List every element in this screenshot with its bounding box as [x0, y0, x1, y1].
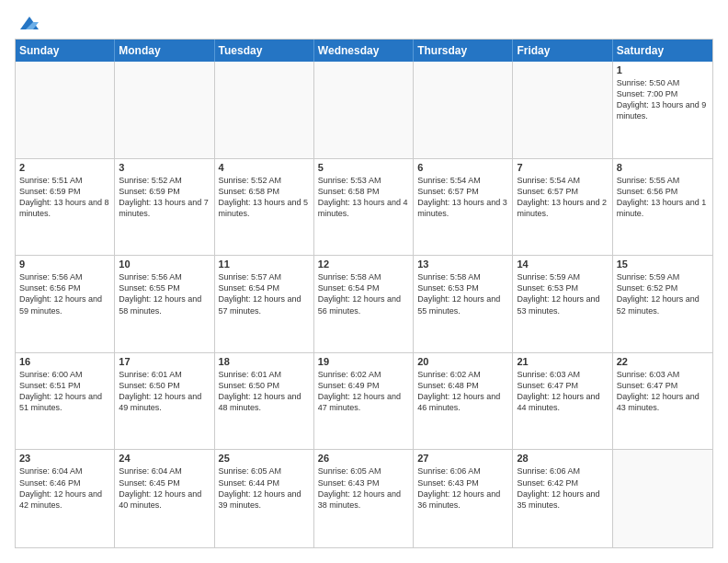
cell-info: Sunrise: 6:03 AM Sunset: 6:47 PM Dayligh… — [517, 369, 608, 414]
cell-info: Sunrise: 6:01 AM Sunset: 6:50 PM Dayligh… — [119, 369, 210, 414]
cell-info: Sunrise: 6:06 AM Sunset: 6:42 PM Dayligh… — [517, 465, 608, 511]
cell-info: Sunrise: 5:58 AM Sunset: 6:53 PM Dayligh… — [417, 271, 508, 316]
date-number: 23 — [19, 453, 110, 464]
calendar-cell: 15Sunrise: 5:59 AM Sunset: 6:52 PM Dayli… — [613, 256, 712, 352]
date-number: 7 — [517, 162, 608, 173]
date-number: 3 — [119, 162, 210, 173]
cell-info: Sunrise: 5:50 AM Sunset: 7:00 PM Dayligh… — [617, 77, 709, 122]
calendar-cell: 23Sunrise: 6:04 AM Sunset: 6:46 PM Dayli… — [16, 450, 115, 547]
day-header-saturday: Saturday — [613, 40, 712, 62]
calendar-cell — [613, 450, 712, 547]
calendar-cell: 13Sunrise: 5:58 AM Sunset: 6:53 PM Dayli… — [414, 256, 513, 352]
day-header-tuesday: Tuesday — [215, 40, 314, 62]
date-number: 4 — [219, 162, 310, 173]
calendar-cell: 24Sunrise: 6:04 AM Sunset: 6:45 PM Dayli… — [115, 450, 214, 547]
calendar-cell: 16Sunrise: 6:00 AM Sunset: 6:51 PM Dayli… — [16, 353, 115, 450]
week-row-1: 2Sunrise: 5:51 AM Sunset: 6:59 PM Daylig… — [16, 159, 712, 257]
calendar: SundayMondayTuesdayWednesdayThursdayFrid… — [15, 39, 713, 548]
calendar-cell: 2Sunrise: 5:51 AM Sunset: 6:59 PM Daylig… — [16, 159, 115, 256]
day-header-wednesday: Wednesday — [314, 40, 414, 62]
cell-info: Sunrise: 6:05 AM Sunset: 6:44 PM Dayligh… — [219, 465, 310, 511]
cell-info: Sunrise: 6:01 AM Sunset: 6:50 PM Dayligh… — [219, 369, 310, 414]
cell-info: Sunrise: 6:04 AM Sunset: 6:46 PM Dayligh… — [19, 465, 110, 511]
cell-info: Sunrise: 5:58 AM Sunset: 6:54 PM Dayligh… — [318, 271, 409, 316]
calendar-cell: 17Sunrise: 6:01 AM Sunset: 6:50 PM Dayli… — [115, 353, 214, 450]
cell-info: Sunrise: 5:54 AM Sunset: 6:57 PM Dayligh… — [517, 175, 608, 220]
date-number: 12 — [318, 259, 409, 270]
calendar-header: SundayMondayTuesdayWednesdayThursdayFrid… — [16, 40, 712, 62]
date-number: 16 — [19, 356, 110, 367]
date-number: 14 — [517, 259, 608, 270]
calendar-cell — [115, 62, 214, 158]
date-number: 17 — [119, 356, 210, 367]
cell-info: Sunrise: 6:02 AM Sunset: 6:49 PM Dayligh… — [318, 369, 409, 414]
calendar-cell: 9Sunrise: 5:56 AM Sunset: 6:56 PM Daylig… — [16, 256, 115, 352]
cell-info: Sunrise: 5:56 AM Sunset: 6:56 PM Dayligh… — [19, 271, 110, 316]
calendar-cell: 18Sunrise: 6:01 AM Sunset: 6:50 PM Dayli… — [215, 353, 314, 450]
calendar-cell: 26Sunrise: 6:05 AM Sunset: 6:43 PM Dayli… — [314, 450, 414, 547]
date-number: 21 — [517, 356, 608, 367]
day-header-friday: Friday — [513, 40, 612, 62]
date-number: 19 — [318, 356, 409, 367]
date-number: 24 — [119, 453, 210, 464]
date-number: 5 — [318, 162, 409, 173]
calendar-cell — [215, 62, 314, 158]
cell-info: Sunrise: 5:55 AM Sunset: 6:56 PM Dayligh… — [617, 175, 709, 220]
calendar-cell: 28Sunrise: 6:06 AM Sunset: 6:42 PM Dayli… — [513, 450, 612, 547]
date-number: 13 — [417, 259, 508, 270]
cell-info: Sunrise: 6:02 AM Sunset: 6:48 PM Dayligh… — [417, 369, 508, 414]
date-number: 22 — [617, 356, 709, 367]
calendar-cell — [513, 62, 612, 158]
calendar-cell: 10Sunrise: 5:56 AM Sunset: 6:55 PM Dayli… — [115, 256, 214, 352]
cell-info: Sunrise: 6:00 AM Sunset: 6:51 PM Dayligh… — [19, 369, 110, 414]
calendar-body: 1Sunrise: 5:50 AM Sunset: 7:00 PM Daylig… — [16, 62, 712, 547]
date-number: 2 — [19, 162, 110, 173]
cell-info: Sunrise: 5:52 AM Sunset: 6:58 PM Dayligh… — [219, 175, 310, 220]
calendar-cell: 19Sunrise: 6:02 AM Sunset: 6:49 PM Dayli… — [314, 353, 414, 450]
date-number: 9 — [19, 259, 110, 270]
calendar-cell: 21Sunrise: 6:03 AM Sunset: 6:47 PM Dayli… — [513, 353, 612, 450]
cell-info: Sunrise: 5:57 AM Sunset: 6:54 PM Dayligh… — [219, 271, 310, 316]
date-number: 26 — [318, 453, 409, 464]
calendar-cell: 4Sunrise: 5:52 AM Sunset: 6:58 PM Daylig… — [215, 159, 314, 256]
date-number: 6 — [417, 162, 508, 173]
cell-info: Sunrise: 6:03 AM Sunset: 6:47 PM Dayligh… — [617, 369, 709, 414]
date-number: 20 — [417, 356, 508, 367]
calendar-cell — [314, 62, 414, 158]
date-number: 11 — [219, 259, 310, 270]
week-row-2: 9Sunrise: 5:56 AM Sunset: 6:56 PM Daylig… — [16, 256, 712, 353]
day-header-thursday: Thursday — [414, 40, 513, 62]
day-header-sunday: Sunday — [16, 40, 115, 62]
calendar-cell: 20Sunrise: 6:02 AM Sunset: 6:48 PM Dayli… — [414, 353, 513, 450]
cell-info: Sunrise: 5:56 AM Sunset: 6:55 PM Dayligh… — [119, 271, 210, 316]
calendar-cell: 12Sunrise: 5:58 AM Sunset: 6:54 PM Dayli… — [314, 256, 414, 352]
cell-info: Sunrise: 6:05 AM Sunset: 6:43 PM Dayligh… — [318, 465, 409, 511]
cell-info: Sunrise: 5:54 AM Sunset: 6:57 PM Dayligh… — [417, 175, 508, 220]
cell-info: Sunrise: 6:06 AM Sunset: 6:43 PM Dayligh… — [417, 465, 508, 511]
date-number: 15 — [617, 259, 709, 270]
week-row-3: 16Sunrise: 6:00 AM Sunset: 6:51 PM Dayli… — [16, 353, 712, 451]
date-number: 1 — [617, 64, 709, 75]
date-number: 28 — [517, 453, 608, 464]
calendar-cell: 3Sunrise: 5:52 AM Sunset: 6:59 PM Daylig… — [115, 159, 214, 256]
calendar-cell: 1Sunrise: 5:50 AM Sunset: 7:00 PM Daylig… — [613, 62, 712, 158]
calendar-cell: 8Sunrise: 5:55 AM Sunset: 6:56 PM Daylig… — [613, 159, 712, 256]
date-number: 18 — [219, 356, 310, 367]
cell-info: Sunrise: 5:59 AM Sunset: 6:53 PM Dayligh… — [517, 271, 608, 316]
calendar-cell: 14Sunrise: 5:59 AM Sunset: 6:53 PM Dayli… — [513, 256, 612, 352]
date-number: 10 — [119, 259, 210, 270]
logo-icon — [17, 15, 42, 33]
cell-info: Sunrise: 6:04 AM Sunset: 6:45 PM Dayligh… — [119, 465, 210, 511]
date-number: 27 — [417, 453, 508, 464]
calendar-cell: 5Sunrise: 5:53 AM Sunset: 6:58 PM Daylig… — [314, 159, 414, 256]
date-number: 8 — [617, 162, 709, 173]
calendar-cell: 27Sunrise: 6:06 AM Sunset: 6:43 PM Dayli… — [414, 450, 513, 547]
date-number: 25 — [219, 453, 310, 464]
cell-info: Sunrise: 5:52 AM Sunset: 6:59 PM Dayligh… — [119, 175, 210, 220]
logo — [15, 15, 42, 29]
calendar-cell — [414, 62, 513, 158]
cell-info: Sunrise: 5:59 AM Sunset: 6:52 PM Dayligh… — [617, 271, 709, 316]
cell-info: Sunrise: 5:51 AM Sunset: 6:59 PM Dayligh… — [19, 175, 110, 220]
calendar-cell: 25Sunrise: 6:05 AM Sunset: 6:44 PM Dayli… — [215, 450, 314, 547]
day-header-monday: Monday — [115, 40, 214, 62]
